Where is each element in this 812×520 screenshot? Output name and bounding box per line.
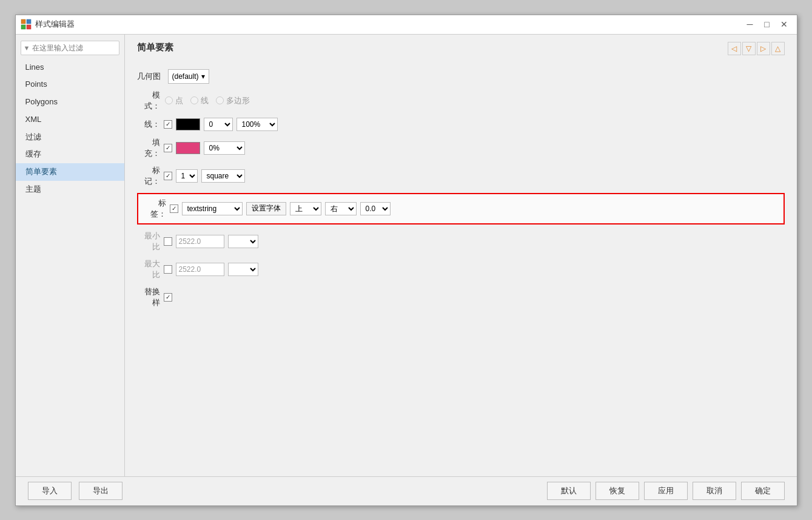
max-ratio-select[interactable] — [228, 263, 258, 276]
marker-checkbox[interactable] — [164, 172, 172, 180]
section-title: 简单要素 — [137, 42, 173, 53]
import-button[interactable]: 导入 — [28, 482, 72, 500]
sidebar-item-lines[interactable]: Lines — [16, 59, 124, 76]
fill-opacity-select[interactable]: 0% — [204, 141, 245, 155]
sidebar-item-filter[interactable]: 过滤 — [16, 129, 124, 146]
label-label: 标签： — [143, 198, 166, 220]
nav-down-button[interactable]: ▽ — [742, 42, 756, 55]
geometry-row: 几何图 (default) ▾ — [137, 69, 785, 84]
nav-forward-button[interactable]: ▷ — [757, 42, 770, 55]
apply-button[interactable]: 应用 — [644, 482, 688, 500]
export-button[interactable]: 导出 — [79, 482, 122, 500]
marker-shape-select[interactable]: square — [201, 169, 245, 183]
bottom-left-buttons: 导入 导出 — [28, 482, 122, 500]
sidebar-item-xml[interactable]: XML — [16, 111, 124, 129]
replace-label: 替换样 — [137, 286, 160, 308]
replace-checkbox[interactable] — [164, 293, 172, 302]
mode-point[interactable]: 点 — [165, 95, 183, 106]
mode-options: 点 线 多边形 — [165, 95, 250, 106]
svg-rect-3 — [27, 25, 31, 29]
geometry-select[interactable]: (default) ▾ — [168, 69, 209, 84]
sidebar-item-simple-features[interactable]: 简单要素 — [16, 163, 124, 181]
label-align-select[interactable]: 右 — [325, 202, 357, 215]
geometry-label: 几何图 — [137, 71, 161, 82]
restore-button[interactable]: 恢复 — [596, 482, 639, 500]
replace-row: 替换样 — [137, 286, 785, 308]
marker-row: 标记： 1 square — [137, 165, 785, 187]
set-font-button[interactable]: 设置字体 — [246, 202, 286, 215]
sidebar-item-cache[interactable]: 缓存 — [16, 146, 124, 163]
nav-back-button[interactable]: ◁ — [728, 42, 741, 55]
bottom-bar: 导入 导出 默认 恢复 应用 取消 确定 — [16, 476, 797, 505]
max-ratio-row: 最大比 — [137, 258, 785, 280]
default-button[interactable]: 默认 — [547, 482, 591, 500]
mode-line[interactable]: 线 — [190, 95, 209, 106]
label-row-highlight: 标签： textstring 设置字体 上 右 0.0 — [137, 193, 785, 225]
max-ratio-input[interactable] — [176, 263, 224, 276]
maximize-button[interactable]: □ — [759, 18, 775, 31]
mode-polygon[interactable]: 多边形 — [216, 95, 250, 106]
search-icon: ▼ — [24, 44, 30, 52]
nav-up-button[interactable]: △ — [771, 42, 785, 55]
svg-rect-0 — [21, 19, 25, 24]
mode-label: 模式： — [137, 90, 160, 112]
min-ratio-label: 最小比 — [137, 231, 160, 252]
close-button[interactable]: ✕ — [776, 18, 792, 31]
bottom-right-buttons: 默认 恢复 应用 取消 确定 — [547, 482, 785, 500]
navigation-arrows: ◁ ▽ ▷ △ — [728, 42, 785, 55]
stroke-opacity-select[interactable]: 100% — [237, 118, 278, 131]
max-ratio-checkbox[interactable] — [164, 265, 172, 274]
cancel-button[interactable]: 取消 — [693, 482, 736, 500]
sidebar-item-theme[interactable]: 主题 — [16, 181, 124, 198]
app-icon — [21, 19, 32, 30]
sidebar-item-polygons[interactable]: Polygons — [16, 93, 124, 111]
label-num-select[interactable]: 0.0 — [360, 202, 391, 215]
fill-label: 填充： — [137, 137, 160, 159]
sidebar-item-points[interactable]: Points — [16, 76, 124, 93]
svg-rect-2 — [21, 25, 25, 29]
stroke-width-select[interactable]: 0 — [204, 118, 233, 131]
fill-checkbox[interactable] — [164, 144, 172, 152]
fill-row: 填充： 0% — [137, 137, 785, 159]
stroke-checkbox[interactable] — [164, 120, 172, 129]
min-ratio-select[interactable] — [228, 235, 258, 248]
mode-row: 模式： 点 线 多边形 — [137, 90, 785, 112]
sidebar: ▼ Lines Points Polygons XML 过滤 缓存 简单要 — [16, 35, 125, 476]
label-field-select[interactable]: textstring — [182, 202, 243, 215]
window-controls: ─ □ ✕ — [742, 18, 792, 31]
dialog-title: 样式编辑器 — [35, 19, 75, 30]
confirm-button[interactable]: 确定 — [741, 482, 785, 500]
svg-rect-1 — [27, 19, 31, 24]
stroke-label: 线： — [137, 119, 160, 130]
minimize-button[interactable]: ─ — [742, 18, 758, 31]
marker-num-select[interactable]: 1 — [176, 169, 198, 183]
label-position-select[interactable]: 上 — [290, 202, 321, 215]
label-row: 标签： textstring 设置字体 上 右 0.0 — [143, 198, 779, 220]
min-ratio-row: 最小比 — [137, 231, 785, 252]
label-checkbox[interactable] — [170, 204, 178, 213]
max-ratio-label: 最大比 — [137, 258, 160, 280]
sidebar-search-box[interactable]: ▼ — [21, 41, 119, 55]
stroke-row: 线： 0 100% — [137, 118, 785, 131]
min-ratio-checkbox[interactable] — [164, 237, 172, 246]
search-input[interactable] — [32, 44, 123, 52]
marker-label: 标记： — [137, 165, 160, 187]
title-bar: 样式编辑器 ─ □ ✕ — [16, 15, 797, 35]
min-ratio-input[interactable] — [176, 235, 224, 248]
content-area: 简单要素 ◁ ▽ ▷ △ 几何图 (default) ▾ 模式： — [125, 35, 797, 476]
stroke-color-swatch[interactable] — [176, 118, 200, 130]
fill-color-swatch[interactable] — [176, 142, 200, 154]
